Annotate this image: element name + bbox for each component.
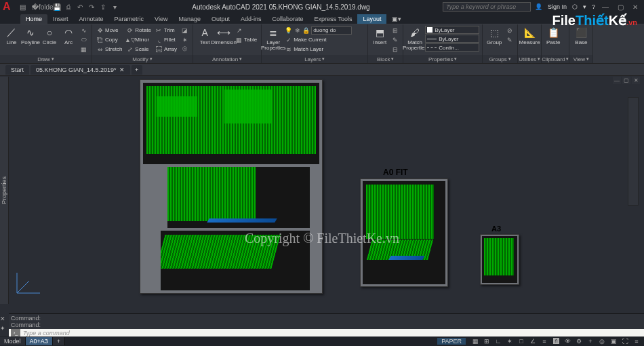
panel-utilities-label[interactable]: Utilities <box>518 55 541 63</box>
close-tab-icon[interactable]: ✕ <box>119 66 125 73</box>
lineweight-combo[interactable]: ByLayer <box>425 35 479 43</box>
doc-minimize-button[interactable]: — <box>613 77 621 84</box>
color-combo[interactable]: ByLayer <box>425 26 479 34</box>
isolate-icon[interactable]: ◎ <box>597 338 607 345</box>
file-tab-start[interactable]: Start <box>5 65 29 75</box>
help-search-input[interactable] <box>443 2 531 12</box>
make-current-button[interactable]: ✓Make Current <box>283 35 365 44</box>
tab-addins[interactable]: Add-ins <box>235 14 267 24</box>
save-icon[interactable]: 💾 <box>52 2 62 12</box>
tab-layout[interactable]: Layout <box>357 14 386 24</box>
create-block-button[interactable]: ⊞ <box>390 26 400 35</box>
cmd-close-icon[interactable]: ✕ <box>0 315 7 323</box>
annoscale-icon[interactable]: 🅰 <box>551 338 561 345</box>
viewport-3[interactable] <box>161 231 310 290</box>
snap-icon[interactable]: ⊞ <box>482 338 491 345</box>
tab-insert[interactable]: Insert <box>47 14 74 24</box>
layout-tab-current[interactable]: A0+A3 <box>26 337 53 345</box>
trim-button[interactable]: ✂Trim <box>154 26 178 35</box>
tab-home[interactable]: Home <box>20 14 47 24</box>
panel-view-label[interactable]: View <box>569 55 592 63</box>
ortho-icon[interactable]: ∟ <box>494 338 503 345</box>
redo-icon[interactable]: ↷ <box>87 2 96 12</box>
annovisibility-icon[interactable]: 👁 <box>563 338 572 345</box>
menu-icon[interactable]: ▤ <box>18 2 27 12</box>
tab-parametric[interactable]: Parametric <box>109 14 150 24</box>
command-input[interactable]: ›_ Type a command <box>9 329 644 337</box>
autodesk-icon[interactable]: ⬡ <box>572 3 578 10</box>
hardware-icon[interactable]: ▣ <box>609 338 618 345</box>
leader-button[interactable]: ↗ <box>234 26 258 35</box>
hatch-button[interactable]: ▦ <box>79 45 89 54</box>
minimize-button[interactable]: — <box>599 2 611 12</box>
bulb-icon[interactable]: 💡 <box>285 26 292 34</box>
panel-draw-label[interactable]: Draw <box>0 55 92 63</box>
user-icon[interactable]: 👤 <box>535 3 542 10</box>
line-button[interactable]: ／Line <box>3 26 20 45</box>
osnap-icon[interactable]: □ <box>517 338 526 345</box>
layout-tab-model[interactable]: Model <box>0 337 26 345</box>
viewport-2[interactable] <box>167 167 310 228</box>
space-toggle[interactable]: PAPER <box>437 338 466 345</box>
dropdown-icon[interactable]: ▾ <box>583 3 586 10</box>
dimension-button[interactable]: ⟷Dimension <box>215 26 233 45</box>
saveas-icon[interactable]: ⎙ <box>64 2 73 12</box>
viewport-1[interactable] <box>143 83 319 164</box>
edit-block-button[interactable]: ✎ <box>390 35 400 44</box>
tab-manage[interactable]: Manage <box>173 14 206 24</box>
linetype-combo[interactable]: Contin... <box>425 43 479 52</box>
tab-annotate[interactable]: Annotate <box>74 14 109 24</box>
nav-bar[interactable] <box>628 97 639 206</box>
viewport-4[interactable] <box>363 181 445 284</box>
close-button[interactable]: ✕ <box>629 2 641 12</box>
panel-block-label[interactable]: Block <box>368 55 403 63</box>
offset-button[interactable]: ⦾ <box>180 45 190 54</box>
move-button[interactable]: ✥Move <box>95 26 123 35</box>
rotate-button[interactable]: ⟳Rotate <box>125 26 153 35</box>
tab-collaborate[interactable]: Collaborate <box>267 14 309 24</box>
lock-icon[interactable]: 🔒 <box>302 26 310 34</box>
attr-button[interactable]: ⊟ <box>390 45 400 54</box>
polyline-button[interactable]: ∿Polyline <box>22 26 39 45</box>
ungroup-button[interactable]: ⊘ <box>504 26 515 35</box>
file-tab-add[interactable]: + <box>132 65 142 75</box>
tab-view[interactable]: View <box>149 14 173 24</box>
open-icon[interactable]: �folders <box>41 2 50 12</box>
ribbon-collapse-icon[interactable]: ▣▾ <box>386 14 407 24</box>
grid-icon[interactable]: ▦ <box>470 338 480 345</box>
doc-maximize-button[interactable]: ▢ <box>622 77 630 84</box>
properties-palette-tab[interactable]: Properties <box>0 77 9 304</box>
customize-icon[interactable]: ≡ <box>632 338 641 345</box>
erase-button[interactable]: ◪ <box>180 26 190 35</box>
panel-annotation-label[interactable]: Annotation <box>193 55 261 63</box>
arc-button[interactable]: ◠Arc <box>60 26 77 45</box>
panel-properties-label[interactable]: Properties <box>403 55 482 63</box>
groupedit-button[interactable]: ✎ <box>504 35 515 44</box>
insert-button[interactable]: ⬒Insert <box>371 26 388 45</box>
cleanscreen-icon[interactable]: ⛶ <box>620 338 630 345</box>
lwt-icon[interactable]: ≡ <box>540 338 549 345</box>
maximize-button[interactable]: ▢ <box>614 2 626 12</box>
table-button[interactable]: ▦Table <box>234 35 258 44</box>
panel-modify-label[interactable]: Modify <box>92 55 193 63</box>
copy-button[interactable]: ⿻Copy <box>95 35 123 44</box>
annomon-icon[interactable]: + <box>586 338 595 345</box>
group-button[interactable]: ⬚Group <box>485 26 503 45</box>
spline-button[interactable]: ∿ <box>79 26 89 35</box>
tab-output[interactable]: Output <box>206 14 235 24</box>
ellipse-button[interactable]: ⬭ <box>79 35 89 44</box>
layer-properties-button[interactable]: ≣Layer Properties <box>264 26 282 51</box>
match-layer-button[interactable]: ≋Match Layer <box>283 45 365 54</box>
qat-dropdown-icon[interactable]: ▾ <box>110 2 119 12</box>
measure-button[interactable]: 📐Measure <box>521 26 538 45</box>
circle-button[interactable]: ○Circle <box>41 26 58 45</box>
file-tab-document[interactable]: 05.KHONG GIAN_14.5.2019*✕ <box>31 65 130 75</box>
current-layer-combo[interactable]: duong do <box>311 26 352 35</box>
sign-in-link[interactable]: Sign In <box>548 3 567 10</box>
drawing-canvas[interactable]: — ▢ ✕ A0 FIT A3 <box>9 77 644 304</box>
scale-button[interactable]: ⤢Scale <box>125 45 153 54</box>
panel-groups-label[interactable]: Groups <box>483 55 517 63</box>
freeze-icon[interactable]: ❄ <box>294 26 301 34</box>
help-icon[interactable]: ? <box>592 3 595 10</box>
explode-button[interactable]: ✶ <box>180 35 190 44</box>
